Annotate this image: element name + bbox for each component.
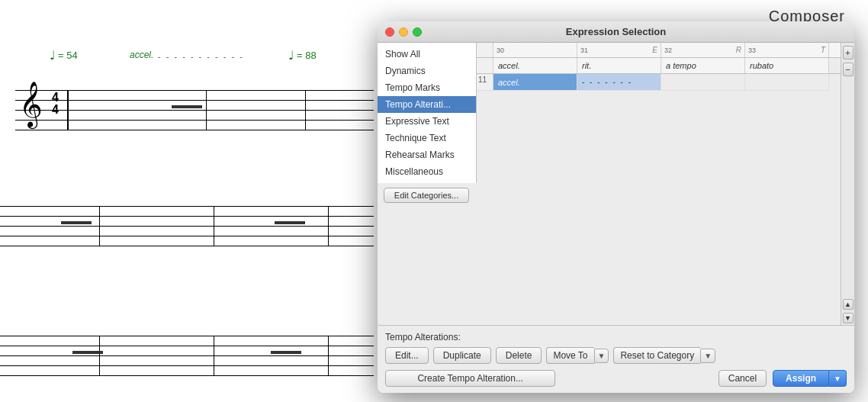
cell-atempo[interactable] (745, 74, 829, 91)
dialog-bottom: Tempo Alterations: Edit... Duplicate Del… (378, 325, 854, 393)
scroll-up-button[interactable]: ▲ (843, 299, 854, 310)
treble-clef: 𝄞 (19, 84, 43, 124)
category-label-text: Tempo Alterations: (385, 332, 461, 343)
move-to-group: Move To ▼ (546, 347, 609, 364)
expression-grid-panel: 30 31 E 32 R 33 T accel.rit.a (477, 43, 854, 325)
move-to-arrow[interactable]: ▼ (594, 349, 609, 363)
edit-categories-button[interactable]: Edit Categories... (384, 188, 469, 203)
accel-marking: accel. (130, 50, 153, 60)
zoom-controls: + − ▲ ▼ (841, 43, 854, 325)
zoom-out-button[interactable]: − (843, 63, 854, 76)
category-panel: Show All Dynamics Tempo Marks Tempo Alte… (378, 43, 477, 325)
reset-category-group: Reset to Category ▼ (613, 347, 715, 364)
time-sig: 4 4 (52, 92, 59, 116)
expression-name-3: rubato (745, 58, 829, 73)
category-list: Show All Dynamics Tempo Marks Tempo Alte… (378, 43, 477, 183)
dialog-title: Expression Selection (566, 26, 667, 37)
reset-category-arrow[interactable]: ▼ (700, 349, 715, 363)
bottom-buttons-row: Create Tempo Alteration... Cancel Assign… (385, 370, 847, 387)
col-30-num: 30 (497, 47, 504, 54)
grid-col-30: 30 (493, 43, 577, 57)
expression-name-0: accel. (493, 58, 577, 73)
table-row[interactable]: 11 accel. - - - - - - - (477, 74, 854, 91)
expression-name-2: a tempo (661, 58, 745, 73)
category-technique-text[interactable]: Technique Text (378, 130, 476, 146)
create-button[interactable]: Create Tempo Alteration... (385, 370, 555, 387)
grid-col-33: 33 T (745, 43, 829, 57)
assign-group: Assign ▼ (773, 370, 847, 387)
tempo-end-note: ♩ (288, 48, 294, 63)
action-buttons-row: Edit... Duplicate Delete Move To ▼ Reset… (385, 347, 847, 364)
staff-1: 𝄞 4 4 (15, 90, 374, 132)
category-expressive-text[interactable]: Expressive Text (378, 113, 476, 130)
col-32-letter: R (736, 46, 741, 54)
col-33-num: 33 (748, 47, 756, 54)
cell-accel[interactable]: accel. (493, 74, 577, 91)
category-miscellaneous[interactable]: Miscellaneous (378, 163, 476, 180)
expression-name-1: rit. (577, 58, 661, 73)
assign-button[interactable]: Assign (773, 370, 829, 387)
tempo-end-marking: ♩ = 88 (288, 48, 317, 63)
dialog-titlebar: Expression Selection (378, 21, 854, 43)
row-11-num: 11 (477, 74, 493, 91)
tempo-value: = 54 (58, 50, 78, 61)
tempo-note: ♩ (50, 48, 56, 63)
category-show-all[interactable]: Show All (378, 46, 476, 63)
cancel-button[interactable]: Cancel (719, 370, 767, 387)
col-31-num: 31 (580, 47, 588, 54)
zoom-in-button[interactable]: + (843, 46, 854, 59)
grid-data-area: accel.rit.a temporubato 11 accel. - - - … (477, 58, 854, 325)
delete-button[interactable]: Delete (496, 347, 542, 364)
staff-3 (0, 336, 374, 378)
edit-button[interactable]: Edit... (385, 347, 429, 364)
row-num-header (477, 43, 493, 57)
category-tempo-alterations[interactable]: Tempo Alterati... (378, 96, 476, 113)
dialog-body: Show All Dynamics Tempo Marks Tempo Alte… (378, 43, 854, 325)
staff-2 (0, 206, 374, 248)
close-button[interactable] (385, 27, 394, 37)
maximize-button[interactable] (413, 27, 422, 37)
category-rehearsal-marks[interactable]: Rehearsal Marks (378, 146, 476, 163)
edit-categories-container: Edit Categories... (378, 183, 477, 207)
duplicate-button[interactable]: Duplicate (433, 347, 491, 364)
col-32-num: 32 (664, 47, 672, 54)
minimize-button[interactable] (399, 27, 408, 37)
traffic-lights (385, 27, 422, 37)
dashes: - - - - - - - - - - - (158, 52, 244, 61)
reset-category-button[interactable]: Reset to Category (613, 347, 700, 364)
expression-names-row: accel.rit.a temporubato (477, 58, 854, 74)
grid-header: 30 31 E 32 R 33 T (477, 43, 854, 58)
grid-col-31: 31 E (577, 43, 661, 57)
selected-category-label: Tempo Alterations: (385, 332, 847, 343)
expression-selection-dialog: Expression Selection Show All Dynamics T… (378, 21, 854, 393)
assign-arrow[interactable]: ▼ (829, 370, 847, 387)
tempo-marking: ♩ = 54 (50, 48, 78, 63)
cell-rit[interactable] (661, 74, 745, 91)
tempo-end-value: = 88 (297, 50, 317, 61)
grid-col-32: 32 R (661, 43, 745, 57)
scroll-down-button[interactable]: ▼ (843, 313, 854, 323)
col-33-letter: T (821, 46, 825, 54)
category-dynamics[interactable]: Dynamics (378, 63, 476, 79)
cell-dashed[interactable]: - - - - - - - (577, 74, 661, 91)
category-tempo-marks[interactable]: Tempo Marks (378, 79, 476, 96)
move-to-button[interactable]: Move To (546, 347, 593, 364)
col-31-letter: E (652, 46, 657, 54)
